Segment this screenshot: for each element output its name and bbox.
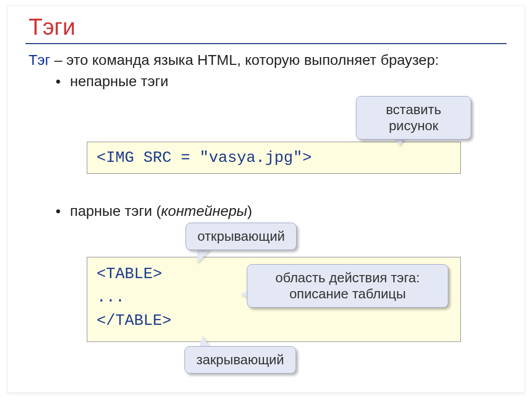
- bullet-unpaired-text: непарные тэги: [70, 73, 168, 89]
- definition-paragraph: Тэг – это команда языка HTML, которую вы…: [8, 51, 524, 69]
- note-opening-tag: открывающий: [185, 223, 297, 250]
- bullet-unpaired: • непарные тэги: [8, 73, 524, 90]
- bullet-paired-suffix: ): [247, 203, 252, 219]
- slide-title: Тэги: [8, 6, 524, 40]
- code-table-close: </TABLE>: [97, 309, 451, 333]
- bullet-dot-icon: •: [56, 73, 66, 90]
- title-rule: [25, 43, 507, 44]
- definition-text: – это команда языка HTML, которую выполн…: [54, 52, 438, 68]
- note-tag-scope: область действия тэга: описание таблицы: [247, 264, 448, 308]
- bullet-paired-prefix: парные тэги (: [70, 203, 161, 219]
- bullet-dot-icon: •: [56, 203, 66, 219]
- note-insert-image: вставить рисунок: [356, 96, 471, 140]
- code-img-box: <IMG SRC = "vasya.jpg">: [87, 142, 461, 174]
- bullet-paired: • парные тэги (контейнеры): [8, 203, 252, 219]
- note-closing-tag: закрывающий: [184, 346, 296, 374]
- term-lead: Тэг: [29, 52, 50, 68]
- slide-frame: Тэги Тэг – это команда языка HTML, котор…: [7, 5, 525, 393]
- bullet-paired-italic: контейнеры: [161, 203, 247, 219]
- code-img: <IMG SRC = "vasya.jpg">: [97, 149, 312, 167]
